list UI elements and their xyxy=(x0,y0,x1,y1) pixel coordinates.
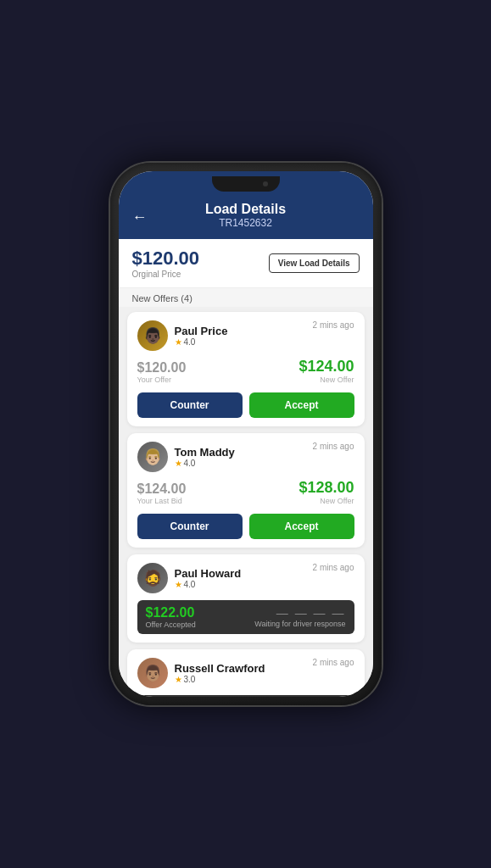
new-offer-amount-paul-price: $124.00 xyxy=(299,358,354,376)
phone-frame: ← Load Details TR1452632 $120.00 Orginal… xyxy=(110,163,382,705)
user-name-paul-price: Paul Price xyxy=(175,325,228,337)
accept-button-paul-price[interactable]: Accept xyxy=(249,392,354,418)
offer-card-paul-price: 👨🏿 Paul Price ★ 4.0 2 mins ago $12 xyxy=(127,312,365,426)
time-ago-paul-price: 2 mins ago xyxy=(313,320,354,330)
your-offer-label-paul-price: Your Offer xyxy=(137,376,187,384)
star-icon: ★ xyxy=(175,337,182,347)
user-rating-paul-howard: ★ 4.0 xyxy=(175,580,242,589)
load-id: TR1452632 xyxy=(132,217,360,229)
avatar-tom-maddy: 👨🏼 xyxy=(137,442,168,472)
star-icon: ★ xyxy=(175,580,182,589)
user-info-tom-maddy: 👨🏼 Tom Maddy ★ 4.0 xyxy=(137,442,235,472)
accepted-action-bar: $129.00 Offer Accepted Accept xyxy=(137,695,354,697)
waiting-text-paul-howard: — — — — Waiting for driver response xyxy=(254,606,345,628)
user-rating-tom-maddy: ★ 4.0 xyxy=(175,459,235,468)
original-price-label: Orginal Price xyxy=(132,270,200,279)
offer-prices-paul-price: $120.00 Your Offer $124.00 New Offer xyxy=(137,358,354,384)
offer-card-tom-maddy: 👨🏼 Tom Maddy ★ 4.0 2 mins ago $124 xyxy=(127,433,365,548)
user-rating-russell-crawford: ★ 3.0 xyxy=(175,675,265,684)
user-name-tom-maddy: Tom Maddy xyxy=(175,446,235,459)
offer-actions-paul-price: Counter Accept xyxy=(137,392,354,418)
offer-card-russell-crawford: 👨🏽 Russell Crawford ★ 3.0 2 mins ago xyxy=(127,649,365,697)
offer-actions-tom-maddy: Counter Accept xyxy=(137,514,354,539)
original-price: $120.00 xyxy=(132,248,200,270)
avatar-paul-howard: 🧔 xyxy=(137,563,168,593)
back-button[interactable]: ← xyxy=(132,209,148,226)
notch xyxy=(212,176,280,192)
user-info-paul-price: 👨🏿 Paul Price ★ 4.0 xyxy=(137,320,228,351)
new-offer-amount-tom-maddy: $128.00 xyxy=(299,479,354,497)
your-offer-label-tom-maddy: Your Last Bid xyxy=(137,497,187,505)
page-title: Load Details xyxy=(132,202,360,217)
avatar-russell-crawford: 👨🏽 xyxy=(137,658,168,688)
offer-prices-tom-maddy: $124.00 Your Last Bid $128.00 New Offer xyxy=(137,479,354,505)
time-ago-tom-maddy: 2 mins ago xyxy=(313,442,354,451)
star-icon: ★ xyxy=(175,675,182,684)
user-name-russell-crawford: Russell Crawford xyxy=(175,662,265,675)
time-ago-paul-howard: 2 mins ago xyxy=(313,563,354,572)
counter-button-tom-maddy[interactable]: Counter xyxy=(137,514,243,539)
accepted-label-paul-howard: Offer Accepted xyxy=(146,620,196,629)
your-offer-amount-tom-maddy: $124.00 xyxy=(137,481,187,497)
accepted-waiting-bar: $122.00 Offer Accepted — — — — Waiting f… xyxy=(137,600,354,634)
user-rating-paul-price: ★ 4.0 xyxy=(175,337,228,347)
offer-card-paul-howard: 🧔 Paul Howard ★ 4.0 2 mins ago $122 xyxy=(127,554,365,643)
offers-list: 👨🏿 Paul Price ★ 4.0 2 mins ago $12 xyxy=(119,307,373,697)
new-offer-label-paul-price: New Offer xyxy=(299,376,354,384)
header: ← Load Details TR1452632 xyxy=(119,195,373,239)
view-details-button[interactable]: View Load Details xyxy=(269,253,360,273)
notch-bar xyxy=(119,171,373,195)
avatar-paul-price: 👨🏿 xyxy=(137,320,168,351)
time-ago-russell-crawford: 2 mins ago xyxy=(313,658,354,667)
phone-screen: ← Load Details TR1452632 $120.00 Orginal… xyxy=(119,171,373,697)
notch-dot xyxy=(263,181,268,186)
user-info-paul-howard: 🧔 Paul Howard ★ 4.0 xyxy=(137,563,242,593)
accept-button-tom-maddy[interactable]: Accept xyxy=(249,514,354,539)
star-icon: ★ xyxy=(175,459,182,468)
new-offer-label-tom-maddy: New Offer xyxy=(299,497,354,505)
counter-button-paul-price[interactable]: Counter xyxy=(137,392,243,418)
offers-count-label: New Offers (4) xyxy=(119,288,373,307)
your-offer-amount-paul-price: $120.00 xyxy=(137,360,187,376)
price-bar: $120.00 Orginal Price View Load Details xyxy=(119,239,373,288)
accepted-amount-paul-howard: $122.00 xyxy=(146,605,196,620)
user-info-russell-crawford: 👨🏽 Russell Crawford ★ 3.0 xyxy=(137,658,265,688)
user-name-paul-howard: Paul Howard xyxy=(175,567,242,580)
